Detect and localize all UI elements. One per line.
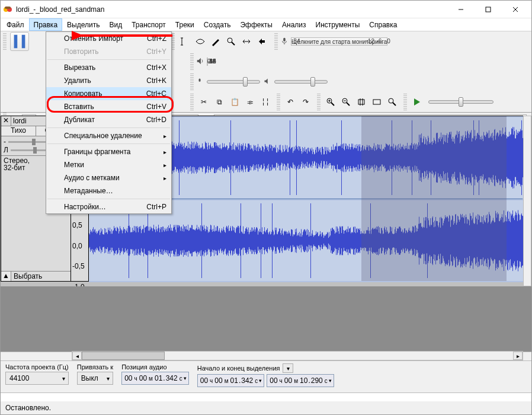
- envelope-tool[interactable]: [193, 34, 207, 49]
- menuitem-метки[interactable]: Метки▸: [46, 158, 171, 171]
- draw-tool[interactable]: [209, 34, 223, 49]
- grip[interactable]: [3, 33, 7, 50]
- empty-track-area[interactable]: [1, 286, 531, 352]
- snap-combo[interactable]: Выкл: [77, 372, 113, 385]
- menu-правка[interactable]: Правка: [29, 18, 63, 31]
- menuitem-вырезать[interactable]: ВырезатьCtrl+X: [46, 61, 171, 74]
- menu-файл[interactable]: Файл: [2, 18, 29, 31]
- menuitem-аудио-с-метками[interactable]: Аудио с метками▸: [46, 171, 171, 184]
- svg-point-30: [389, 98, 393, 103]
- play-meter[interactable]: -54-48-42-36-30-24-18-12-60: [207, 58, 208, 66]
- track-close-button[interactable]: ✕: [1, 116, 11, 126]
- scroll-thumb[interactable]: [82, 352, 165, 360]
- titlebar: lordi_-_blood_red_sandman: [1, 1, 531, 18]
- svg-rect-2: [5, 7, 11, 9]
- menuitem-дубликат[interactable]: ДубликатCtrl+D: [46, 113, 171, 126]
- redo-button[interactable]: ↷: [299, 95, 313, 109]
- mute-button[interactable]: Тихо: [1, 126, 36, 136]
- scroll-right-button[interactable]: ▸: [513, 352, 523, 360]
- menu-транспорт[interactable]: Транспорт: [127, 18, 171, 31]
- menu-эффекты[interactable]: Эффекты: [235, 18, 277, 31]
- rec-volume-slider[interactable]: [207, 80, 260, 84]
- grip[interactable]: [317, 94, 321, 110]
- record-meter[interactable]: Щёлкните для старта мониторинга -54-12-6…: [291, 37, 387, 46]
- svg-rect-26: [358, 100, 364, 104]
- grip[interactable]: [190, 94, 194, 110]
- paste-button[interactable]: 📋: [227, 95, 242, 109]
- selection-toolbar: Частота проекта (Гц) 44100 Привязать к В…: [1, 361, 531, 393]
- status-text: Остановлено.: [5, 404, 51, 412]
- trim-button[interactable]: ⟚: [243, 95, 257, 109]
- zoom-in-button[interactable]: [323, 95, 338, 109]
- grip[interactable]: [274, 33, 278, 50]
- timeshift-tool[interactable]: [239, 34, 254, 49]
- svg-rect-18: [199, 78, 201, 81]
- track-collapse-button[interactable]: ▲: [1, 272, 11, 281]
- menu-создать[interactable]: Создать: [199, 18, 236, 31]
- menuitem-вставить[interactable]: ВставитьCtrl+V: [46, 100, 171, 113]
- selection-mode-combo[interactable]: [283, 363, 293, 373]
- selection-end-field[interactable]: 00ч 00м 10. 290с▾: [267, 374, 334, 387]
- svg-rect-4: [486, 7, 491, 12]
- close-button[interactable]: [502, 1, 529, 18]
- speaker-icon: [196, 57, 204, 67]
- svg-rect-8: [14, 35, 18, 49]
- multi-tool[interactable]: [255, 34, 269, 49]
- selection-start-field[interactable]: 00ч 00м 01. 342с▾: [197, 374, 265, 387]
- fit-selection-button[interactable]: [354, 95, 368, 109]
- edit-menu-dropdown: Отменить ИмпортCtrl+ZПовторитьCtrl+YВыре…: [46, 31, 172, 214]
- menuitem-удалить[interactable]: УдалитьCtrl+K: [46, 74, 171, 87]
- menuitem-специальное-удаление[interactable]: Специальное удаление▸: [46, 129, 171, 142]
- mic-icon: [196, 78, 203, 87]
- minimize-button[interactable]: [447, 1, 475, 18]
- fit-project-button[interactable]: [370, 95, 384, 109]
- selection-region[interactable]: [361, 116, 507, 281]
- menuitem-настройки-[interactable]: Настройки…Ctrl+P: [46, 200, 171, 213]
- selection-tool[interactable]: [178, 34, 192, 49]
- svg-line-24: [347, 103, 350, 106]
- pause-button[interactable]: [10, 32, 29, 51]
- grip[interactable]: [190, 74, 194, 90]
- play-at-speed-button[interactable]: [410, 95, 424, 109]
- menu-справка[interactable]: Справка: [364, 18, 402, 31]
- project-rate-combo[interactable]: 44100: [5, 372, 69, 385]
- grip[interactable]: [277, 94, 280, 110]
- play-volume-slider[interactable]: [274, 80, 328, 84]
- mic-icon: [280, 37, 289, 47]
- menuitem-повторить: ПовторитьCtrl+Y: [46, 45, 171, 58]
- scroll-left-button[interactable]: ◂: [72, 352, 82, 360]
- menu-треки[interactable]: Треки: [171, 18, 199, 31]
- window-title: lordi_-_blood_red_sandman: [16, 5, 447, 14]
- playback-speed-slider[interactable]: [428, 100, 493, 104]
- horizontal-scrollbar-area: ◂ ▸: [1, 352, 531, 361]
- audio-position-field[interactable]: 00ч 00м 01. 342с▾: [121, 372, 189, 385]
- menu-вид[interactable]: Вид: [104, 18, 127, 31]
- svg-rect-9: [22, 35, 25, 49]
- menubar: ФайлПравкаВыделитьВидТранспортТрекиСозда…: [1, 18, 531, 31]
- silence-button[interactable]: ╎╎: [258, 95, 273, 109]
- copy-button[interactable]: ⧉: [212, 95, 226, 109]
- horizontal-scrollbar[interactable]: ◂ ▸: [72, 351, 523, 360]
- cut-button[interactable]: ✂: [197, 95, 211, 109]
- grip[interactable]: [403, 94, 407, 110]
- menu-выделить[interactable]: Выделить: [62, 18, 104, 31]
- vertical-scrollbar[interactable]: [523, 116, 531, 286]
- svg-line-20: [331, 103, 334, 106]
- menuitem-границы-фрагмента[interactable]: Границы фрагмента▸: [46, 145, 171, 158]
- menuitem-копировать[interactable]: КопироватьCtrl+C: [46, 87, 171, 100]
- grip[interactable]: [190, 53, 194, 70]
- zoom-toggle-button[interactable]: [385, 95, 399, 109]
- menuitem-отменить-импорт[interactable]: Отменить ИмпортCtrl+Z: [46, 32, 171, 45]
- zoom-tool[interactable]: [224, 34, 238, 49]
- track-select-button[interactable]: Выбрать: [11, 272, 44, 281]
- selection-label: Начало и конец выделения: [197, 365, 280, 372]
- snap-label: Привязать к: [77, 363, 113, 371]
- menu-анализ[interactable]: Анализ: [277, 18, 311, 31]
- maximize-button[interactable]: [475, 1, 502, 18]
- project-rate-label: Частота проекта (Гц): [5, 363, 69, 371]
- undo-button[interactable]: ↶: [283, 95, 297, 109]
- menuitem-метаданные-[interactable]: Метаданные…: [46, 184, 171, 197]
- zoom-out-button[interactable]: [339, 95, 353, 109]
- audio-position-label: Позиция аудио: [121, 363, 189, 371]
- menu-инструменты[interactable]: Инструменты: [311, 18, 365, 31]
